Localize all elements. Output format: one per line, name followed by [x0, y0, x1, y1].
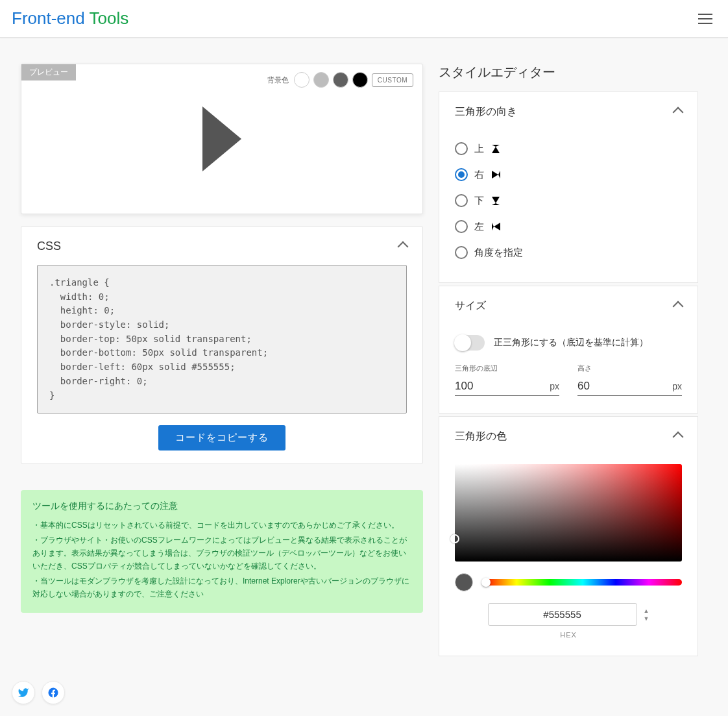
brand-part2: Tools — [89, 8, 128, 28]
direction-option-down[interactable]: 下 — [455, 188, 682, 214]
color-header[interactable]: 三角形の色 — [439, 417, 698, 456]
equilateral-label: 正三角形にする（底辺を基準に計算） — [494, 337, 648, 349]
triangle-left-icon — [492, 223, 500, 230]
radio-icon — [455, 168, 468, 181]
radio-label: 角度を指定 — [474, 247, 523, 259]
base-input[interactable] — [455, 377, 546, 395]
direction-option-left[interactable]: 左 — [455, 214, 682, 240]
size-panel: サイズ 正三角形にする（底辺を基準に計算） 三角形の底辺 px — [439, 286, 698, 414]
facebook-share-button[interactable] — [42, 681, 65, 685]
direction-option-right[interactable]: 右 — [455, 162, 682, 188]
unit-label: px — [672, 381, 682, 391]
css-panel: CSS .triangle { width: 0; height: 0; bor… — [21, 226, 423, 464]
height-input[interactable] — [577, 377, 668, 395]
hue-thumb[interactable] — [481, 578, 491, 587]
equilateral-toggle[interactable] — [455, 335, 485, 351]
chevron-up-icon — [673, 106, 684, 117]
radio-icon — [455, 220, 468, 233]
notice-title: ツールを使用するにあたっての注意 — [32, 500, 411, 512]
size-title: サイズ — [455, 299, 486, 313]
chevron-up-icon — [673, 301, 684, 312]
color-panel: 三角形の色 ▲▼ HEX — [439, 416, 698, 656]
radio-icon — [455, 142, 468, 155]
bg-custom-button[interactable]: CUSTOM — [372, 73, 413, 87]
radio-icon — [455, 194, 468, 207]
direction-header[interactable]: 三角形の向き — [439, 92, 698, 132]
preview-panel: プレビュー 背景色 CUSTOM — [21, 64, 423, 214]
notice-item: ・当ツールはモダンブラウザを考慮した設計になっており、Internet Expl… — [32, 574, 411, 601]
bg-swatch-white[interactable] — [294, 72, 309, 88]
bg-swatch-darkgray[interactable] — [333, 72, 348, 88]
notice-box: ツールを使用するにあたっての注意 ・基本的にCSSはリセットされている前提で、コ… — [21, 490, 423, 612]
triangle-up-icon — [492, 145, 500, 153]
preview-tag: プレビュー — [21, 64, 76, 80]
current-color-swatch — [455, 573, 473, 591]
hue-slider[interactable] — [483, 579, 682, 586]
brand-part1: Front-end — [12, 8, 89, 28]
radio-icon — [455, 246, 468, 259]
unit-label: px — [550, 381, 559, 391]
radio-label: 右 — [474, 169, 484, 181]
direction-option-angle[interactable]: 角度を指定 — [455, 240, 682, 265]
editor-title: スタイルエディター — [439, 64, 698, 81]
color-title: 三角形の色 — [455, 430, 507, 443]
triangle-right-icon — [492, 171, 500, 179]
color-cursor[interactable] — [450, 534, 459, 543]
direction-panel: 三角形の向き 上 右 下 — [439, 92, 698, 283]
bg-swatch-lightgray[interactable] — [313, 72, 329, 88]
chevron-up-icon — [673, 431, 684, 442]
css-code[interactable]: .triangle { width: 0; height: 0; border-… — [37, 265, 407, 414]
direction-title: 三角形の向き — [455, 105, 517, 119]
color-saturation-area[interactable] — [455, 464, 682, 562]
radio-label: 上 — [474, 143, 484, 155]
menu-icon[interactable] — [694, 10, 716, 28]
notice-item: ・ブラウザやサイト・お使いのCSSフレームワークによってはプレビューと異なる結果… — [32, 534, 411, 573]
css-title: CSS — [37, 240, 61, 253]
copy-code-button[interactable]: コードをコピーする — [158, 425, 285, 451]
height-label: 高さ — [577, 364, 682, 373]
bg-label: 背景色 — [267, 75, 289, 85]
chevron-up-icon — [398, 241, 409, 252]
hex-input[interactable] — [488, 603, 637, 626]
css-panel-header[interactable]: CSS — [37, 240, 407, 253]
base-label: 三角形の底辺 — [455, 364, 559, 373]
radio-label: 左 — [474, 221, 484, 233]
direction-option-up[interactable]: 上 — [455, 136, 682, 162]
twitter-share-button[interactable] — [12, 681, 35, 685]
mode-stepper[interactable]: ▲▼ — [644, 608, 649, 622]
triangle-preview — [202, 106, 241, 171]
color-mode-label: HEX — [455, 631, 682, 639]
notice-item: ・基本的にCSSはリセットされている前提で、コードを出力していますのであらかじめ… — [32, 519, 411, 532]
bg-swatch-black[interactable] — [352, 72, 368, 88]
triangle-down-icon — [492, 197, 500, 205]
size-header[interactable]: サイズ — [439, 286, 698, 326]
brand-logo[interactable]: Front-end Tools — [12, 8, 128, 29]
radio-label: 下 — [474, 195, 484, 207]
